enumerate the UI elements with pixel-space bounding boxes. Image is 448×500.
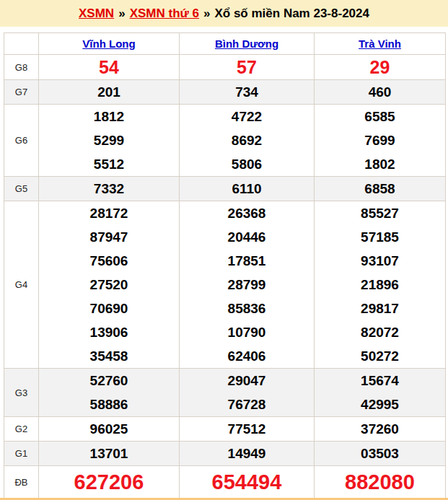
result-cell: 472286925806: [180, 105, 315, 177]
result-cell: 7332: [39, 177, 180, 201]
result-number: 21896: [315, 273, 445, 297]
result-number: 57185: [315, 225, 445, 249]
province-header-cell: Trà Vinh: [315, 33, 446, 55]
result-number: 14949: [180, 442, 314, 465]
result-number: 57: [180, 55, 314, 79]
result-cell: 1567442995: [315, 369, 446, 417]
province-header-cell: Vĩnh Long: [39, 33, 180, 55]
result-cell: 201: [39, 80, 180, 105]
result-number: 85527: [315, 201, 445, 225]
result-number: 62406: [180, 344, 314, 368]
result-number: 93107: [315, 249, 445, 273]
result-cell: 5276058886: [39, 369, 180, 417]
result-number: 460: [315, 80, 445, 104]
result-number: 82072: [315, 320, 445, 344]
prize-row-g4: G428172879477560627520706901390635458263…: [4, 201, 446, 369]
result-cell: 26368204461785128799858361079062406: [180, 201, 315, 369]
breadcrumb-separator: »: [203, 6, 210, 21]
result-number: 87947: [39, 225, 179, 249]
result-cell: 460: [315, 80, 446, 105]
result-number: 5806: [180, 152, 314, 176]
result-number: 76728: [180, 392, 314, 416]
result-cell: 85527571859310721896298178207250272: [315, 201, 446, 369]
result-number: 7699: [315, 128, 445, 152]
result-number: 1802: [315, 152, 445, 176]
result-number: 03503: [315, 442, 445, 465]
result-cell: 734: [180, 80, 315, 105]
result-cell: 28172879477560627520706901390635458: [39, 201, 180, 369]
breadcrumb-link-xsmn-thu-6[interactable]: XSMN thứ 6: [130, 6, 199, 21]
result-number: 96025: [39, 417, 179, 441]
prize-row-g8: G8545729: [4, 55, 446, 80]
breadcrumb-link-xsmn[interactable]: XSMN: [79, 6, 114, 21]
result-number: 35458: [39, 344, 179, 368]
province-link-2[interactable]: Trà Vinh: [359, 38, 401, 50]
result-number: 75606: [39, 249, 179, 273]
result-number: 58886: [39, 392, 179, 416]
result-number: 28172: [39, 201, 179, 225]
result-cell: 882080: [315, 466, 446, 499]
lottery-results-table: Vĩnh LongBình DươngTrà VinhG8545729G7201…: [4, 32, 446, 499]
result-number: 54: [39, 55, 179, 79]
result-cell: 57: [180, 55, 315, 80]
result-number: 26368: [180, 201, 314, 225]
result-number: 6858: [315, 177, 445, 201]
result-number: 77512: [180, 417, 314, 441]
result-number: 4722: [180, 105, 314, 128]
result-number: 50272: [315, 344, 445, 368]
result-number: 28799: [180, 273, 314, 297]
prize-label: G2: [4, 417, 39, 442]
result-cell: 658576991802: [315, 105, 446, 177]
result-number: 13701: [39, 442, 179, 465]
result-number: 627206: [39, 466, 179, 498]
prize-row-g5: G5733261106858: [4, 177, 446, 201]
result-number: 29817: [315, 297, 445, 320]
page-title: Xổ số miền Nam 23-8-2024: [214, 6, 369, 21]
result-number: 15674: [315, 369, 445, 392]
result-number: 10790: [180, 320, 314, 344]
result-cell: 96025: [39, 417, 180, 442]
result-number: 7332: [39, 177, 179, 201]
result-cell: 14949: [180, 442, 315, 466]
corner-cell: [4, 33, 39, 55]
result-number: 654494: [180, 466, 314, 498]
result-number: 13906: [39, 320, 179, 344]
result-number: 42995: [315, 392, 445, 416]
result-number: 1812: [39, 105, 179, 128]
result-cell: 77512: [180, 417, 315, 442]
result-number: 17851: [180, 249, 314, 273]
result-cell: 37260: [315, 417, 446, 442]
prize-row-g2: G2960257751237260: [4, 417, 446, 442]
result-number: 8692: [180, 128, 314, 152]
result-cell: 654494: [180, 466, 315, 499]
result-cell: 627206: [39, 466, 180, 499]
result-cell: 6858: [315, 177, 446, 201]
prize-label: G8: [4, 55, 39, 80]
prize-label: G5: [4, 177, 39, 201]
result-number: 201: [39, 80, 179, 104]
result-cell: 181252995512: [39, 105, 180, 177]
result-number: 29: [315, 55, 445, 79]
result-cell: 2904776728: [180, 369, 315, 417]
prize-label: G6: [4, 105, 39, 177]
result-number: 6585: [315, 105, 445, 128]
result-number: 37260: [315, 417, 445, 441]
prize-label: G3: [4, 369, 39, 417]
result-cell: 6110: [180, 177, 315, 201]
result-number: 882080: [315, 466, 445, 498]
prize-row-g3: G3527605888629047767281567442995: [4, 369, 446, 417]
result-cell: 13701: [39, 442, 180, 466]
province-link-0[interactable]: Vĩnh Long: [82, 38, 135, 50]
result-number: 734: [180, 80, 314, 104]
prize-label: ĐB: [4, 466, 39, 499]
result-number: 70690: [39, 297, 179, 320]
result-cell: 03503: [315, 442, 446, 466]
prize-label: G4: [4, 201, 39, 369]
result-number: 20446: [180, 225, 314, 249]
prize-row-đb: ĐB627206654494882080: [4, 466, 446, 499]
breadcrumb-separator: »: [118, 6, 125, 21]
province-link-1[interactable]: Bình Dương: [215, 38, 278, 50]
prize-label: G1: [4, 442, 39, 466]
prize-row-g7: G7201734460: [4, 80, 446, 105]
prize-row-g6: G6181252995512472286925806658576991802: [4, 105, 446, 177]
